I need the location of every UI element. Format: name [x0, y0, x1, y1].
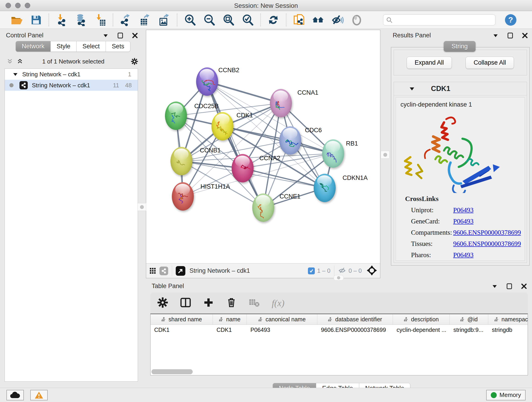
table-cell[interactable]: P06493	[247, 325, 317, 335]
results-panel-menu-button[interactable]	[492, 32, 499, 39]
table-cell[interactable]: stringdb	[488, 325, 528, 335]
network-view-title: String Network – cdk1	[190, 267, 250, 274]
network-canvas[interactable]: CCNB2CCNA1CDC25BCDK1CDC6RB1CCNB1CCNA2CDK…	[146, 30, 380, 263]
export-table-button[interactable]	[138, 13, 152, 27]
hide-selected-button[interactable]	[331, 13, 344, 27]
zoom-selected-button[interactable]	[241, 13, 254, 27]
cloud-button[interactable]	[6, 390, 24, 400]
network-node-CCNB2[interactable]	[196, 67, 218, 96]
table-cell[interactable]: stringdb:9...	[450, 325, 488, 335]
cdk1-section-header[interactable]: CDK1	[394, 82, 527, 95]
eye-disabled-icon	[351, 14, 363, 26]
column-header-shared-name[interactable]: shared name	[151, 314, 213, 325]
open-session-button[interactable]	[10, 13, 23, 27]
crosslink-uniprot[interactable]: P06493	[453, 206, 474, 214]
network-node-CDC6[interactable]	[279, 126, 301, 155]
import-network-button[interactable]	[55, 13, 68, 27]
results-panel-close-button[interactable]	[521, 32, 528, 39]
network-node-HIST1H1A[interactable]	[172, 182, 194, 211]
tab-string[interactable]: String	[444, 41, 476, 52]
first-neighbors-button[interactable]	[312, 13, 325, 27]
crosslink-pharos[interactable]: P06493	[453, 251, 474, 259]
zoom-in-button[interactable]	[183, 13, 196, 27]
show-all-button[interactable]	[350, 13, 363, 27]
expand-all-networks-icon[interactable]	[17, 58, 23, 65]
network-list-view-icon[interactable]	[159, 267, 168, 275]
tab-network[interactable]: Network	[16, 41, 51, 52]
save-session-button[interactable]	[29, 13, 43, 27]
network-node-CCNE1[interactable]	[252, 193, 274, 222]
warnings-button[interactable]	[30, 390, 48, 400]
expand-all-button[interactable]: Expand All	[407, 57, 452, 69]
left-splitter-handle[interactable]	[138, 203, 146, 211]
copy-network-button[interactable]	[292, 13, 306, 27]
network-node-CDC25B[interactable]	[165, 102, 187, 130]
crosslink-compartments[interactable]: 9606.ENSP00000378699	[453, 229, 521, 236]
export-network-button[interactable]	[119, 13, 133, 27]
table-cell[interactable]: 9606.ENSP00000378699	[317, 325, 393, 335]
help-button[interactable]: ?	[504, 13, 517, 27]
table-panel-close-button[interactable]	[520, 283, 527, 290]
bottom-splitter-handle[interactable]	[334, 275, 344, 281]
export-image-button[interactable]	[158, 13, 171, 27]
collection-label: String Network – cdk1	[22, 71, 80, 78]
gene-name: CDK1	[431, 85, 450, 93]
network-edge[interactable]	[207, 82, 281, 103]
search-input[interactable]	[393, 15, 492, 25]
section-collapse-triangle-icon[interactable]	[409, 86, 415, 92]
network-collection-row[interactable]: String Network – cdk1 1	[5, 69, 138, 80]
zoom-fit-button[interactable]	[222, 13, 235, 27]
tab-select[interactable]: Select	[76, 41, 106, 52]
window-title: Session: New Session	[0, 2, 532, 9]
table-panel-float-button[interactable]	[506, 283, 513, 290]
search-box[interactable]	[383, 14, 495, 26]
delete-column-trash-icon[interactable]	[226, 297, 237, 309]
crosslink-tissues[interactable]: 9606.ENSP00000378699	[453, 240, 521, 248]
collapse-triangle-icon[interactable]	[13, 71, 18, 77]
tab-style[interactable]: Style	[51, 41, 76, 52]
table-row[interactable]: CDK1CDK1P064939606.ENSP00000378699cyclin…	[151, 325, 528, 335]
network-node-CDK1[interactable]	[211, 112, 234, 140]
import-network-from-database-button[interactable]	[74, 13, 88, 27]
column-header-namespac[interactable]: namespac	[488, 314, 528, 325]
control-panel-close-button[interactable]	[132, 32, 138, 39]
crosslink-row: GeneCard:P06493	[405, 217, 525, 225]
grid-view-icon[interactable]	[149, 268, 156, 274]
column-header-name[interactable]: name	[213, 314, 247, 325]
tab-sets[interactable]: Sets	[106, 41, 130, 52]
network-node-CCNA2[interactable]	[232, 154, 254, 182]
column-header-canonical-name[interactable]: canonical name	[247, 314, 317, 325]
column-header--id[interactable]: @id	[450, 314, 488, 325]
network-row[interactable]: String Network – cdk1 11 48	[5, 80, 138, 91]
table-cell[interactable]: CDK1	[151, 325, 213, 335]
results-panel-float-button[interactable]	[507, 32, 514, 39]
network-node-CDKN1A[interactable]	[314, 174, 336, 202]
table-panel-menu-button[interactable]	[491, 283, 498, 290]
detach-view-icon[interactable]	[176, 266, 185, 276]
apply-layout-button[interactable]	[267, 13, 280, 27]
control-panel-menu-button[interactable]	[102, 32, 109, 39]
import-table-button[interactable]	[94, 13, 107, 27]
node-table[interactable]: shared namenamecanonical namedatabase id…	[150, 313, 528, 375]
table-cell[interactable]: cyclin-dependent ...	[393, 325, 450, 335]
collapse-all-networks-icon[interactable]	[6, 58, 13, 65]
network-selection-status: 1 of 1 Network selected	[23, 58, 123, 65]
network-node-CCNB1[interactable]	[171, 147, 192, 175]
crosslink-genecard[interactable]: P06493	[453, 217, 474, 225]
column-header-description[interactable]: description	[393, 314, 450, 325]
birdseye-icon[interactable]	[367, 265, 377, 276]
selected-checkbox-icon[interactable]	[308, 268, 315, 274]
network-node-RB1[interactable]	[322, 139, 344, 168]
network-options-gear-icon[interactable]	[131, 58, 138, 65]
table-settings-gear-icon[interactable]	[157, 297, 168, 309]
table-cell[interactable]: CDK1	[213, 325, 247, 335]
create-column-plus-icon[interactable]	[203, 297, 214, 309]
table-horizontal-scrollbar[interactable]	[152, 369, 193, 374]
collapse-all-button[interactable]: Collapse All	[466, 57, 514, 69]
network-node-CCNA1[interactable]	[270, 89, 292, 117]
column-header-database-identifier[interactable]: database identifier	[317, 314, 393, 325]
memory-button[interactable]: Memory	[486, 390, 526, 400]
zoom-out-button[interactable]	[203, 13, 216, 27]
show-column-selector-icon[interactable]	[180, 297, 191, 309]
control-panel-float-button[interactable]	[117, 32, 124, 39]
